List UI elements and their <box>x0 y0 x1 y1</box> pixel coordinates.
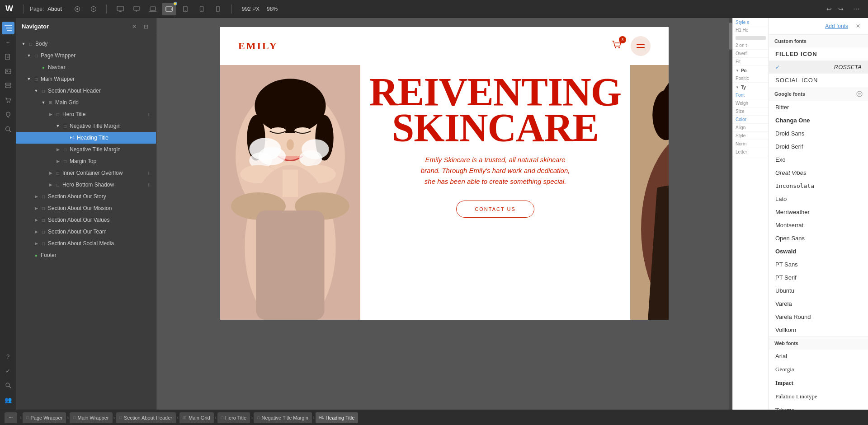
tree-item-page-wrapper[interactable]: ▼ □ Page Wrapper <box>16 50 156 61</box>
svg-rect-56 <box>256 210 324 320</box>
breadcrumb-item-page-wrapper[interactable]: □ Page Wrapper <box>23 412 66 423</box>
scroll-thumb[interactable] <box>729 23 732 50</box>
tree-item-section-about-our-team[interactable]: ▶ □ Section About Our Team <box>16 226 156 238</box>
font-item-rosseta[interactable]: ROSSETA <box>769 61 868 74</box>
navigator-close-icon[interactable]: ✕ <box>130 22 139 31</box>
navigator-icon[interactable] <box>2 22 14 34</box>
font-item-social-icon[interactable]: SOCIAL ICON <box>769 74 868 87</box>
breadcrumb-item-hero-title[interactable]: □ Hero Title <box>217 412 250 423</box>
pages-icon[interactable] <box>2 51 14 63</box>
font-item-oswald[interactable]: Oswald <box>769 245 868 258</box>
breadcrumb-item-main-wrapper[interactable]: □ Main Wrapper <box>70 412 112 423</box>
desktop-btn[interactable] <box>129 3 144 15</box>
style-color-swatch[interactable] <box>736 36 766 40</box>
breadcrumb-item-heading-title[interactable]: H1 Heading Title <box>316 412 358 423</box>
undo-btn[interactable]: ↩ <box>824 4 835 14</box>
preview-icon[interactable] <box>87 3 100 15</box>
page-name[interactable]: About <box>47 6 61 12</box>
desktop-large-btn[interactable] <box>113 3 127 15</box>
font-item-pt-sans[interactable]: PT Sans <box>769 258 868 271</box>
tablet-small-btn[interactable] <box>194 3 209 15</box>
breadcrumb-item-section-about-header[interactable]: □ Section About Header <box>116 412 176 423</box>
breadcrumb-more-btn[interactable]: ··· <box>5 412 17 423</box>
tree-item-negative-title-margin-2[interactable]: ▶ □ Negative Title Margin <box>16 144 156 155</box>
publish-check-icon[interactable]: ✓ <box>2 364 14 377</box>
font-item-impact[interactable]: Impact <box>769 376 868 390</box>
node-icon-section-about-our-mission: □ <box>40 205 47 212</box>
tree-item-margin-top[interactable]: ▶ □ Margin Top <box>16 155 156 167</box>
font-item-palatino[interactable]: Palatino Linotype <box>769 390 868 403</box>
tree-item-section-about-our-story[interactable]: ▶ □ Section About Our Story <box>16 191 156 202</box>
tablet-landscape-btn[interactable]: ⭐ <box>162 3 176 15</box>
arrow-hero-title: ▶ <box>47 111 54 118</box>
font-item-montserrat[interactable]: Montserrat <box>769 219 868 232</box>
media-icon[interactable] <box>2 65 14 78</box>
page-label: Page: <box>30 6 44 12</box>
tree-item-heading-title[interactable]: ▶ H1 Heading Title <box>16 132 156 144</box>
cart-icon-wrapper[interactable]: 3 <box>611 39 623 53</box>
font-item-arial[interactable]: Arial <box>769 350 868 363</box>
handle-hero-title[interactable]: ⁞⁞ <box>146 111 152 117</box>
bc-sep-0: › <box>20 415 22 421</box>
node-icon-section-about-our-story: □ <box>40 193 47 200</box>
page-settings-icon[interactable] <box>71 3 84 15</box>
font-item-inconsolata[interactable]: Inconsolata <box>769 179 868 192</box>
cms-icon[interactable] <box>2 79 14 92</box>
tree-item-main-wrapper[interactable]: ▼ □ Main Wrapper <box>16 73 156 85</box>
navigator-expand-icon[interactable]: ⊡ <box>142 22 151 31</box>
add-element-icon[interactable]: + <box>2 36 14 49</box>
font-item-droid-serif[interactable]: Droid Serif <box>769 140 868 153</box>
community-icon[interactable]: 👥 <box>2 393 14 406</box>
style-normal-label: Norm <box>736 141 746 146</box>
tree-item-section-about-social-media[interactable]: ▶ □ Section About Social Media <box>16 238 156 249</box>
tree-item-section-about-our-mission[interactable]: ▶ □ Section About Our Mission <box>16 202 156 214</box>
add-fonts-link[interactable]: Add fonts <box>825 23 848 29</box>
tree-item-main-grid[interactable]: ▼ ⊞ Main Grid <box>16 97 156 108</box>
font-item-vollkorn[interactable]: Vollkorn <box>769 323 868 336</box>
help-icon[interactable]: ? <box>2 350 14 363</box>
style-color-label: Color <box>736 117 746 122</box>
tree-item-hero-bottom-shadow[interactable]: ▶ □ Hero Bottom Shadow ⁞⁞ <box>16 179 156 191</box>
fonts-close-btn[interactable]: × <box>854 22 863 31</box>
tablet-portrait-btn[interactable] <box>178 3 193 15</box>
canvas-scrollbar[interactable] <box>729 18 732 410</box>
tree-item-hero-title[interactable]: ▶ □ Hero Title ⁞⁞ <box>16 108 156 120</box>
breadcrumb-item-negative-title-margin[interactable]: □ Negative Title Margin <box>254 412 312 423</box>
tree-item-body[interactable]: ▼ □ Body <box>16 38 156 50</box>
font-item-merriweather[interactable]: Merriweather <box>769 205 868 219</box>
font-item-droid-sans[interactable]: Droid Sans <box>769 127 868 140</box>
tree-item-navbar[interactable]: ▶ ● Navbar <box>16 61 156 73</box>
font-item-varela-round[interactable]: Varela Round <box>769 310 868 323</box>
font-item-varela[interactable]: Varela <box>769 297 868 310</box>
mobile-btn[interactable] <box>211 3 225 15</box>
font-item-pt-serif[interactable]: PT Serif <box>769 271 868 284</box>
ecom-icon[interactable] <box>2 94 14 107</box>
interactions-icon[interactable] <box>2 108 14 121</box>
svg-point-13 <box>185 10 186 11</box>
tree-item-negative-title-margin-1[interactable]: ▼ □ Negative Title Margin <box>16 120 156 132</box>
font-item-filled-icon[interactable]: FILLED ICON <box>769 47 868 61</box>
font-item-ubuntu[interactable]: Ubuntu <box>769 284 868 297</box>
font-item-lato[interactable]: Lato <box>769 192 868 205</box>
font-item-exo[interactable]: Exo <box>769 153 868 166</box>
handle-hero-bottom-shadow[interactable]: ⁞⁞ <box>146 182 152 188</box>
breadcrumb-item-main-grid[interactable]: ⊞ Main Grid <box>179 412 214 423</box>
font-item-georgia[interactable]: Georgia <box>769 363 868 376</box>
tree-item-section-about-our-values[interactable]: ▶ □ Section About Our Values <box>16 214 156 226</box>
font-item-great-vibes[interactable]: Great Vibes <box>769 166 868 179</box>
redo-btn[interactable]: ↪ <box>835 4 846 14</box>
font-item-tahoma[interactable]: Tahoma <box>769 403 868 410</box>
font-item-bitter[interactable]: Bitter <box>769 101 868 114</box>
seo-icon[interactable] <box>2 123 14 135</box>
hamburger-button[interactable] <box>631 36 651 56</box>
tree-item-section-about-header[interactable]: ▼ □ Section About Header <box>16 85 156 97</box>
contact-us-button[interactable]: CONTACT US <box>456 201 534 218</box>
font-item-changa-one[interactable]: Changa One <box>769 114 868 127</box>
search-icon[interactable] <box>2 379 14 392</box>
tree-item-inner-container-overflow[interactable]: ▶ □ Inner Container Overflow ⁞⁞ <box>16 167 156 179</box>
font-item-open-sans[interactable]: Open Sans <box>769 232 868 245</box>
tree-item-footer[interactable]: ▶ ● Footer <box>16 249 156 261</box>
more-options-icon[interactable]: ⋯ <box>850 3 863 15</box>
handle-inner-container[interactable]: ⁞⁞ <box>146 170 152 176</box>
laptop-btn[interactable] <box>146 3 160 15</box>
